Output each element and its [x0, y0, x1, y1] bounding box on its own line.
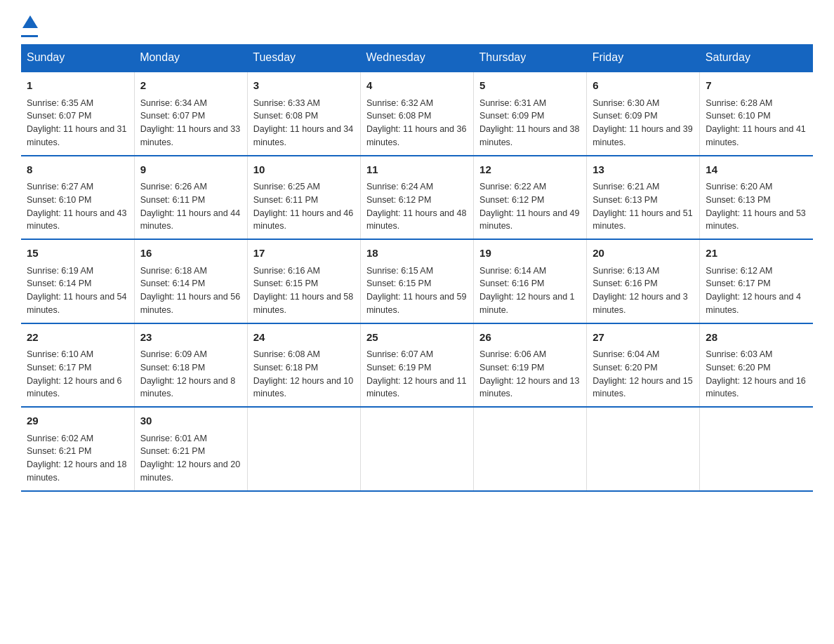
day-info: Sunrise: 6:28 AMSunset: 6:10 PMDaylight:…: [706, 97, 807, 149]
day-number: 19: [479, 246, 581, 262]
day-info: Sunrise: 6:22 AMSunset: 6:12 PMDaylight:…: [479, 180, 581, 233]
weekday-header-sunday: Sunday: [21, 44, 134, 72]
calendar-cell: 18Sunrise: 6:15 AMSunset: 6:15 PMDayligh…: [360, 239, 473, 323]
calendar-cell: 3Sunrise: 6:33 AMSunset: 6:08 PMDaylight…: [247, 72, 360, 156]
calendar-cell: 14Sunrise: 6:20 AMSunset: 6:13 PMDayligh…: [700, 156, 813, 240]
day-number: 17: [253, 246, 355, 262]
day-info: Sunrise: 6:10 AMSunset: 6:17 PMDaylight:…: [27, 348, 128, 401]
calendar-cell: [700, 407, 813, 491]
day-info: Sunrise: 6:21 AMSunset: 6:13 PMDaylight:…: [593, 180, 694, 233]
day-info: Sunrise: 6:02 AMSunset: 6:21 PMDaylight:…: [27, 432, 128, 485]
day-info: Sunrise: 6:07 AMSunset: 6:19 PMDaylight:…: [366, 348, 468, 401]
calendar-cell: 29Sunrise: 6:02 AMSunset: 6:21 PMDayligh…: [21, 407, 134, 491]
calendar-cell: 1Sunrise: 6:35 AMSunset: 6:07 PMDaylight…: [21, 72, 134, 156]
calendar-cell: 6Sunrise: 6:30 AMSunset: 6:09 PMDaylight…: [587, 72, 700, 156]
day-info: Sunrise: 6:32 AMSunset: 6:08 PMDaylight:…: [366, 97, 468, 149]
day-info: Sunrise: 6:04 AMSunset: 6:20 PMDaylight:…: [593, 348, 694, 401]
logo: [21, 14, 38, 37]
day-number: 13: [593, 162, 694, 178]
calendar-table: SundayMondayTuesdayWednesdayThursdayFrid…: [21, 44, 813, 492]
calendar-cell: 27Sunrise: 6:04 AMSunset: 6:20 PMDayligh…: [587, 323, 700, 408]
day-number: 11: [366, 162, 468, 178]
day-number: 15: [27, 246, 128, 262]
calendar-cell: 8Sunrise: 6:27 AMSunset: 6:10 PMDaylight…: [21, 156, 134, 240]
calendar-cell: [474, 407, 587, 491]
day-number: 18: [366, 246, 468, 262]
day-info: Sunrise: 6:26 AMSunset: 6:11 PMDaylight:…: [140, 180, 241, 233]
calendar-cell: 13Sunrise: 6:21 AMSunset: 6:13 PMDayligh…: [587, 156, 700, 240]
calendar-cell: 12Sunrise: 6:22 AMSunset: 6:12 PMDayligh…: [474, 156, 587, 240]
day-info: Sunrise: 6:24 AMSunset: 6:12 PMDaylight:…: [366, 180, 468, 233]
calendar-cell: 24Sunrise: 6:08 AMSunset: 6:18 PMDayligh…: [247, 323, 360, 408]
weekday-header-monday: Monday: [134, 44, 247, 72]
day-info: Sunrise: 6:15 AMSunset: 6:15 PMDaylight:…: [366, 264, 468, 317]
day-info: Sunrise: 6:33 AMSunset: 6:08 PMDaylight:…: [253, 97, 355, 149]
logo-text: [21, 14, 38, 34]
weekday-header-friday: Friday: [587, 44, 700, 72]
calendar-cell: [360, 407, 473, 491]
calendar-cell: 20Sunrise: 6:13 AMSunset: 6:16 PMDayligh…: [587, 239, 700, 323]
calendar-cell: 22Sunrise: 6:10 AMSunset: 6:17 PMDayligh…: [21, 323, 134, 408]
day-info: Sunrise: 6:19 AMSunset: 6:14 PMDaylight:…: [27, 264, 128, 317]
calendar-cell: 28Sunrise: 6:03 AMSunset: 6:20 PMDayligh…: [700, 323, 813, 408]
weekday-header-tuesday: Tuesday: [247, 44, 360, 72]
day-number: 30: [140, 413, 241, 429]
day-info: Sunrise: 6:14 AMSunset: 6:16 PMDaylight:…: [479, 264, 581, 317]
calendar-cell: 2Sunrise: 6:34 AMSunset: 6:07 PMDaylight…: [134, 72, 247, 156]
calendar-cell: 23Sunrise: 6:09 AMSunset: 6:18 PMDayligh…: [134, 323, 247, 408]
calendar-cell: 19Sunrise: 6:14 AMSunset: 6:16 PMDayligh…: [474, 239, 587, 323]
page-header: [21, 14, 813, 37]
week-row-3: 15Sunrise: 6:19 AMSunset: 6:14 PMDayligh…: [21, 239, 813, 323]
day-number: 4: [366, 78, 468, 94]
week-row-2: 8Sunrise: 6:27 AMSunset: 6:10 PMDaylight…: [21, 156, 813, 240]
calendar-cell: 30Sunrise: 6:01 AMSunset: 6:21 PMDayligh…: [134, 407, 247, 491]
weekday-header-wednesday: Wednesday: [360, 44, 473, 72]
calendar-cell: [587, 407, 700, 491]
day-number: 26: [479, 330, 581, 346]
day-info: Sunrise: 6:01 AMSunset: 6:21 PMDaylight:…: [140, 432, 241, 485]
day-info: Sunrise: 6:13 AMSunset: 6:16 PMDaylight:…: [593, 264, 694, 317]
day-number: 14: [706, 162, 807, 178]
day-number: 7: [706, 78, 807, 94]
day-number: 1: [27, 78, 128, 94]
calendar-cell: 4Sunrise: 6:32 AMSunset: 6:08 PMDaylight…: [360, 72, 473, 156]
day-number: 16: [140, 246, 241, 262]
calendar-cell: 15Sunrise: 6:19 AMSunset: 6:14 PMDayligh…: [21, 239, 134, 323]
day-info: Sunrise: 6:18 AMSunset: 6:14 PMDaylight:…: [140, 264, 241, 317]
day-number: 27: [593, 330, 694, 346]
day-info: Sunrise: 6:09 AMSunset: 6:18 PMDaylight:…: [140, 348, 241, 401]
calendar-cell: [247, 407, 360, 491]
day-info: Sunrise: 6:16 AMSunset: 6:15 PMDaylight:…: [253, 264, 355, 317]
calendar-cell: 17Sunrise: 6:16 AMSunset: 6:15 PMDayligh…: [247, 239, 360, 323]
day-info: Sunrise: 6:08 AMSunset: 6:18 PMDaylight:…: [253, 348, 355, 401]
day-info: Sunrise: 6:31 AMSunset: 6:09 PMDaylight:…: [479, 97, 581, 149]
day-number: 28: [706, 330, 807, 346]
calendar-cell: 25Sunrise: 6:07 AMSunset: 6:19 PMDayligh…: [360, 323, 473, 408]
week-row-4: 22Sunrise: 6:10 AMSunset: 6:17 PMDayligh…: [21, 323, 813, 408]
day-number: 21: [706, 246, 807, 262]
week-row-1: 1Sunrise: 6:35 AMSunset: 6:07 PMDaylight…: [21, 72, 813, 156]
week-row-5: 29Sunrise: 6:02 AMSunset: 6:21 PMDayligh…: [21, 407, 813, 491]
day-number: 3: [253, 78, 355, 94]
day-info: Sunrise: 6:06 AMSunset: 6:19 PMDaylight:…: [479, 348, 581, 401]
weekday-header-saturday: Saturday: [700, 44, 813, 72]
weekday-header-row: SundayMondayTuesdayWednesdayThursdayFrid…: [21, 44, 813, 72]
calendar-cell: 11Sunrise: 6:24 AMSunset: 6:12 PMDayligh…: [360, 156, 473, 240]
day-info: Sunrise: 6:12 AMSunset: 6:17 PMDaylight:…: [706, 264, 807, 317]
day-info: Sunrise: 6:30 AMSunset: 6:09 PMDaylight:…: [593, 97, 694, 149]
day-number: 23: [140, 330, 241, 346]
weekday-header-thursday: Thursday: [474, 44, 587, 72]
svg-marker-0: [22, 15, 38, 28]
day-number: 29: [27, 413, 128, 429]
logo-underline: [21, 35, 38, 37]
day-number: 20: [593, 246, 694, 262]
day-info: Sunrise: 6:25 AMSunset: 6:11 PMDaylight:…: [253, 180, 355, 233]
day-number: 2: [140, 78, 241, 94]
day-number: 9: [140, 162, 241, 178]
calendar-cell: 9Sunrise: 6:26 AMSunset: 6:11 PMDaylight…: [134, 156, 247, 240]
day-number: 6: [593, 78, 694, 94]
day-number: 5: [479, 78, 581, 94]
day-number: 25: [366, 330, 468, 346]
day-number: 12: [479, 162, 581, 178]
day-number: 10: [253, 162, 355, 178]
